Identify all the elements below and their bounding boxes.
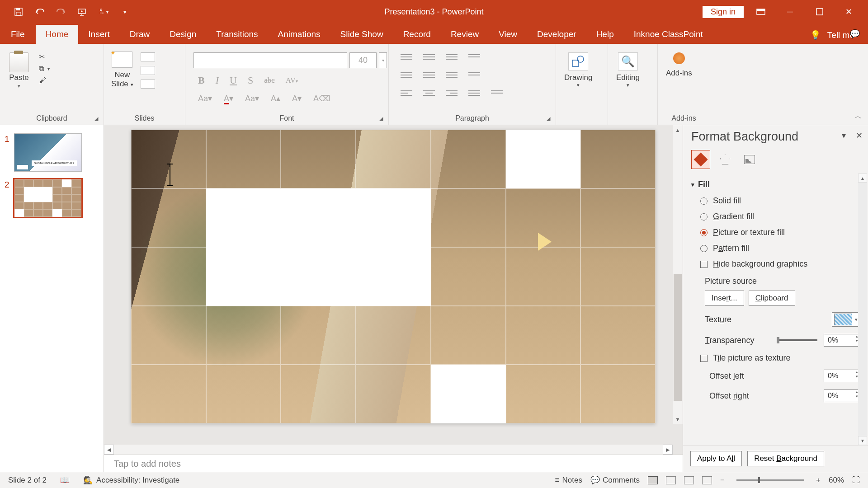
zoom-out-button[interactable]: − (720, 476, 725, 485)
decrease-font-button[interactable]: A▾ (292, 94, 302, 103)
strikethrough-button[interactable]: abc (264, 76, 275, 85)
highlight-button[interactable]: Aa▾ (245, 94, 259, 103)
drawing-button[interactable]: Drawing ▾ (560, 50, 597, 91)
texture-dropdown[interactable]: ▾ (832, 312, 860, 327)
slide-thumbnail-2[interactable]: 2 (5, 179, 99, 217)
bold-button[interactable]: B (198, 75, 205, 86)
slide-position[interactable]: Slide 2 of 2 (8, 476, 47, 485)
help-tab[interactable]: Help (586, 25, 624, 44)
clipboard-picture-button[interactable]: Clipboard (749, 291, 795, 306)
font-size-dropdown[interactable]: ▾ (379, 52, 387, 68)
solid-fill-radio[interactable]: Solid fill (691, 193, 860, 209)
reading-view-icon[interactable] (684, 476, 694, 484)
addins-button[interactable]: Add-ins (661, 50, 697, 80)
save-icon[interactable] (14, 7, 24, 17)
scroll-left-icon[interactable]: ◀ (104, 445, 114, 455)
pane-options-icon[interactable]: ▾ (842, 131, 846, 141)
justify-button[interactable] (468, 90, 480, 99)
transparency-slider[interactable] (777, 339, 817, 341)
undo-icon[interactable] (35, 7, 45, 17)
slideshow-tab[interactable]: Slide Show (330, 25, 393, 44)
increase-font-button[interactable]: A▴ (271, 94, 280, 103)
columns-button[interactable] (468, 72, 480, 81)
collapse-ribbon-icon[interactable]: ︿ (854, 112, 862, 121)
editing-button[interactable]: 🔍 Editing ▾ (612, 50, 644, 91)
developer-tab[interactable]: Developer (527, 25, 586, 44)
pane-close-icon[interactable]: ✕ (856, 131, 863, 141)
align-right-button[interactable] (446, 90, 458, 99)
align-left-button[interactable] (401, 90, 412, 99)
paste-button[interactable]: Paste ▾ (4, 50, 34, 90)
classpoint-tab[interactable]: Inknoe ClassPoint (624, 25, 713, 44)
apply-to-all-button[interactable]: Apply to All (690, 451, 742, 466)
comments-icon[interactable]: 💬 (850, 29, 860, 39)
insert-picture-button[interactable]: Insert... (705, 291, 744, 306)
sign-in-button[interactable]: Sign in (703, 6, 744, 18)
bullets-button[interactable] (401, 54, 412, 63)
numbering-button[interactable] (423, 54, 435, 63)
clear-format-button[interactable]: A⌫ (313, 94, 330, 103)
offset-left-input[interactable]: 0% (824, 370, 860, 382)
picture-tab[interactable] (740, 150, 759, 169)
vertical-scrollbar[interactable]: ▲ ▼ (673, 125, 683, 424)
slide-thumbnail-1[interactable]: 1 SUSTAINABLE ARCHITECTURE (5, 133, 99, 172)
scroll-right-icon[interactable]: ▶ (663, 445, 673, 455)
slide-canvas[interactable] (131, 130, 656, 423)
draw-tab[interactable]: Draw (120, 25, 160, 44)
customize-qat-icon[interactable]: ▾ (120, 7, 130, 17)
picture-fill-radio[interactable]: Picture or texture fill (691, 225, 860, 240)
reset-background-button[interactable]: Reset Background (747, 451, 824, 466)
redo-icon[interactable] (56, 7, 66, 17)
font-dialog-launcher[interactable]: ◢ (379, 116, 386, 122)
format-painter-button[interactable]: 🖌 (39, 76, 50, 84)
new-slide-button[interactable]: New Slide ▾ (108, 50, 137, 90)
fit-to-window-icon[interactable]: ⛶ (852, 476, 860, 485)
zoom-level[interactable]: 60% (829, 476, 844, 485)
change-case-button[interactable]: Aa▾ (198, 94, 212, 103)
italic-button[interactable]: I (216, 75, 219, 86)
slideshow-view-icon[interactable] (702, 476, 712, 484)
design-tab[interactable]: Design (160, 25, 206, 44)
touch-mode-icon[interactable]: ▾ (99, 7, 108, 17)
comments-toggle[interactable]: 💬Comments (590, 475, 640, 485)
fill-tab[interactable] (691, 150, 710, 169)
close-icon[interactable]: ✕ (836, 6, 861, 17)
hide-bg-checkbox[interactable]: Hide background graphics (691, 256, 860, 272)
underline-button[interactable]: U (230, 75, 237, 86)
start-from-beginning-icon[interactable] (77, 7, 87, 17)
animations-tab[interactable]: Animations (268, 25, 330, 44)
increase-indent-button[interactable] (423, 72, 435, 81)
pattern-fill-radio[interactable]: Pattern fill (691, 240, 860, 256)
font-color-button[interactable]: A▾ (224, 94, 233, 103)
pane-scrollbar[interactable]: ▲ ▼ (858, 174, 867, 445)
maximize-icon[interactable] (807, 6, 832, 17)
notes-pane[interactable]: Tap to add notes (104, 455, 683, 472)
scrollbar-thumb[interactable] (674, 274, 682, 401)
view-tab[interactable]: View (489, 25, 527, 44)
cut-button[interactable]: ✂ (39, 52, 50, 61)
transitions-tab[interactable]: Transitions (206, 25, 268, 44)
notes-toggle[interactable]: ≡Notes (555, 476, 582, 485)
review-tab[interactable]: Review (441, 25, 489, 44)
effects-tab[interactable] (716, 150, 735, 169)
canvas-viewport[interactable]: ▲ ▼ (104, 125, 683, 445)
ribbon-display-icon[interactable] (748, 6, 773, 17)
char-spacing-button[interactable]: AV▾ (286, 76, 298, 85)
align-button[interactable] (446, 72, 458, 81)
fill-section-header[interactable]: ▾ Fill (691, 176, 860, 193)
horizontal-scrollbar[interactable]: ◀ ▶ (104, 445, 673, 455)
line-spacing-button[interactable] (446, 54, 458, 63)
offset-right-input[interactable]: 0% (824, 389, 860, 402)
transparency-input[interactable]: 0% (824, 334, 860, 347)
font-name-input[interactable] (193, 52, 347, 68)
text-direction-button[interactable] (468, 54, 480, 63)
zoom-slider[interactable] (736, 479, 804, 481)
zoom-in-button[interactable]: + (816, 476, 821, 485)
align-center-button[interactable] (423, 90, 435, 99)
decrease-indent-button[interactable] (401, 72, 412, 81)
file-tab[interactable]: File (0, 25, 36, 44)
accessibility-button[interactable]: 🕵 Accessibility: Investigate (83, 475, 179, 485)
scroll-up-icon[interactable]: ▲ (858, 174, 867, 183)
scroll-up-icon[interactable]: ▲ (673, 125, 683, 135)
insert-tab[interactable]: Insert (78, 25, 120, 44)
